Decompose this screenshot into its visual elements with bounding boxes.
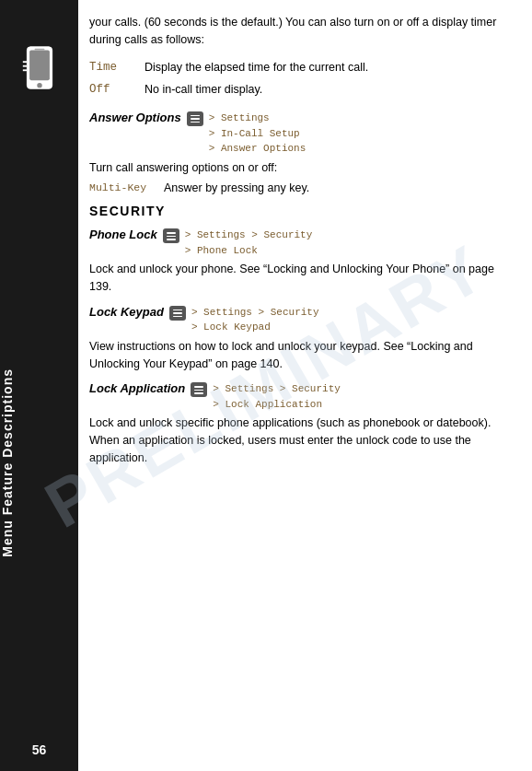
table-row: Off No in-call timer display.: [89, 78, 515, 101]
lock-application-body: Lock and unlock specific phone applicati…: [89, 415, 515, 466]
menu-line-3: [191, 122, 200, 123]
phone-lock-block: Phone Lock > Settings > Security > Phone…: [89, 228, 515, 296]
multikey-label: Multi-Key: [89, 181, 158, 194]
svg-rect-1: [29, 50, 50, 80]
answer-options-title: Answer Options: [89, 111, 181, 124]
menu-line-i: [194, 392, 203, 394]
phone-icon: [21, 45, 58, 94]
lock-application-block: Lock Application > Settings > Security >…: [89, 381, 515, 466]
answer-path-1: > Settings: [209, 111, 306, 126]
lock-keypad-path: > Settings > Security > Lock Keypad: [191, 305, 319, 335]
phone-lock-title-row: Phone Lock > Settings > Security > Phone…: [89, 228, 515, 258]
turn-on-text: Turn call answering options on or off:: [89, 159, 515, 177]
menu-line-f: [173, 316, 182, 318]
answer-options-block: Answer Options > Settings > In-Call Setu…: [89, 111, 515, 194]
lock-application-title-row: Lock Application > Settings > Security >…: [89, 381, 515, 412]
intro-text: your calls. (60 seconds is the default.)…: [89, 14, 515, 49]
lock-keypad-block: Lock Keypad > Settings > Security > Lock…: [89, 305, 515, 373]
answer-options-path: > Settings > In-Call Setup > Answer Opti…: [209, 111, 306, 157]
lock-keypad-path-2: > Lock Keypad: [191, 320, 319, 335]
page-number: 56: [0, 742, 78, 757]
phone-icon-container: [12, 37, 67, 101]
menu-line-b: [167, 236, 176, 238]
lock-application-path-2: > Lock Application: [213, 397, 341, 413]
off-key: Off: [89, 78, 145, 101]
timer-options-table: Time Display the elapsed time for the cu…: [89, 56, 515, 102]
menu-icon-lockapplication: [191, 382, 207, 397]
answer-path-3: > Answer Options: [209, 141, 306, 157]
sidebar-label: Menu Feature Descriptions: [0, 368, 78, 557]
menu-line-c: [167, 239, 176, 240]
multikey-desc: Answer by pressing any key.: [164, 181, 309, 194]
main-content: your calls. (60 seconds is the default.)…: [78, 0, 532, 771]
lock-keypad-title: Lock Keypad: [89, 305, 164, 319]
lock-keypad-body: View instructions on how to lock and unl…: [89, 338, 515, 373]
menu-line-a: [167, 232, 176, 234]
lock-application-path: > Settings > Security > Lock Application: [213, 381, 341, 412]
menu-line-g: [194, 386, 203, 388]
menu-icon-inner-lockapplication: [194, 386, 203, 394]
off-desc: No in-call timer display.: [145, 78, 515, 101]
svg-point-2: [37, 82, 41, 87]
menu-icon: [187, 111, 203, 126]
multikey-row: Multi-Key Answer by pressing any key.: [89, 181, 515, 194]
menu-line-d: [173, 310, 182, 311]
sidebar: Menu Feature Descriptions 56: [0, 0, 78, 771]
menu-line-e: [173, 312, 182, 314]
svg-rect-3: [34, 48, 44, 50]
menu-icon-phonelock: [163, 228, 179, 243]
answer-path-2: > In-Call Setup: [209, 126, 306, 142]
table-row: Time Display the elapsed time for the cu…: [89, 56, 515, 79]
phone-lock-path-1: > Settings > Security: [185, 228, 313, 243]
menu-icon-lockkeypad: [169, 306, 186, 321]
menu-icon-inner-phonelock: [167, 232, 176, 240]
time-desc: Display the elapsed time for the current…: [145, 56, 515, 79]
lock-keypad-title-row: Lock Keypad > Settings > Security > Lock…: [89, 305, 515, 335]
phone-lock-title: Phone Lock: [89, 228, 157, 241]
phone-lock-path: > Settings > Security > Phone Lock: [185, 228, 313, 258]
menu-icon-inner-lockkeypad: [173, 310, 182, 318]
phone-lock-path-2: > Phone Lock: [185, 243, 313, 259]
menu-line-h: [194, 390, 203, 391]
phone-lock-body: Lock and unlock your phone. See “Locking…: [89, 261, 515, 296]
time-key: Time: [89, 56, 145, 79]
menu-icon-inner: [191, 115, 200, 123]
lock-application-title: Lock Application: [89, 381, 185, 395]
lock-application-path-1: > Settings > Security: [213, 381, 341, 397]
security-heading: Security: [89, 204, 515, 218]
menu-line-2: [191, 118, 200, 120]
menu-line-1: [191, 115, 200, 117]
answer-options-title-row: Answer Options > Settings > In-Call Setu…: [89, 111, 515, 157]
lock-keypad-path-1: > Settings > Security: [191, 305, 319, 321]
